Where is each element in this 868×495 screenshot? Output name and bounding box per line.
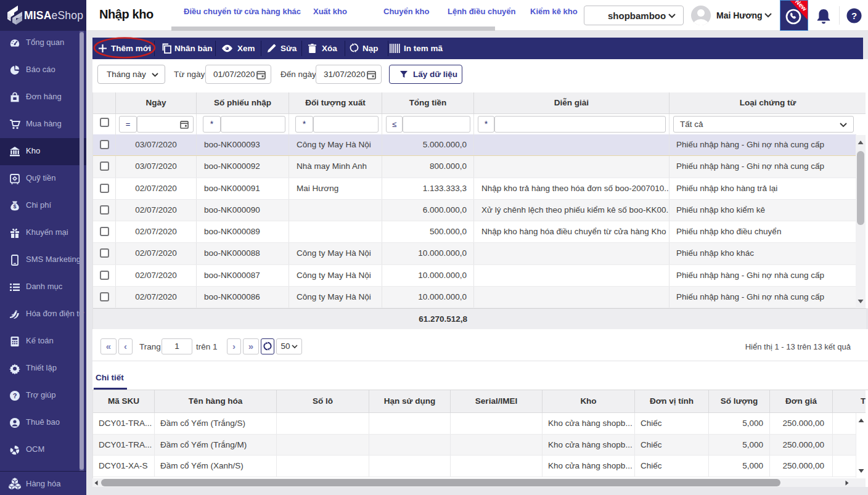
svg-text:?: ? bbox=[851, 10, 857, 21]
svg-text:?: ? bbox=[13, 392, 17, 399]
svg-text:$: $ bbox=[13, 203, 16, 210]
